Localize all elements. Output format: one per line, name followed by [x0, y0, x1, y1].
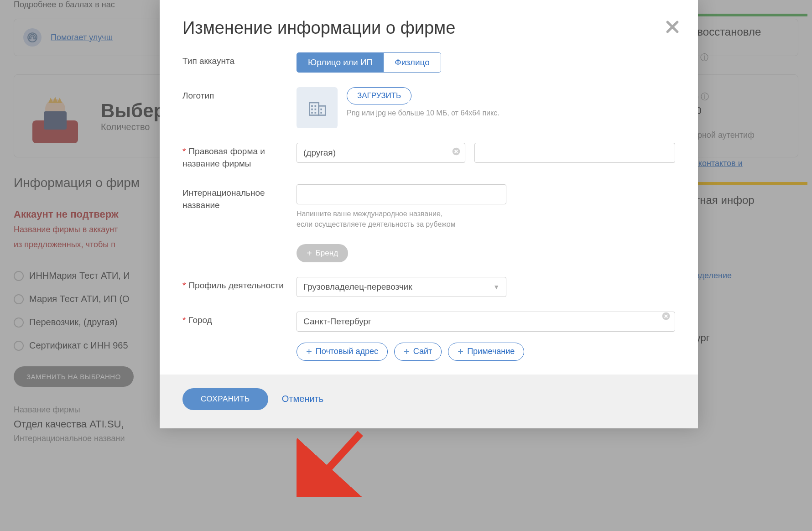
modal-footer: СОХРАНИТЬ Отменить: [160, 375, 698, 428]
company-name-input[interactable]: [474, 143, 675, 163]
upload-logo-button[interactable]: ЗАГРУЗИТЬ: [347, 87, 411, 104]
add-brand-button[interactable]: + Бренд: [297, 244, 348, 262]
svg-rect-8: [311, 109, 313, 110]
account-type-toggle: Юрлицо или ИП Физлицо: [297, 52, 441, 73]
legal-form-select[interactable]: [297, 143, 465, 163]
account-type-label: Тип аккаунта: [182, 52, 297, 68]
plus-icon: +: [307, 249, 312, 258]
logo-label: Логотип: [182, 87, 297, 102]
plus-icon: +: [306, 347, 312, 357]
svg-rect-5: [319, 106, 326, 115]
svg-rect-6: [311, 105, 313, 107]
city-label: *Город: [182, 312, 297, 327]
edit-company-modal: Изменение информации о фирме Тип аккаунт…: [160, 0, 698, 428]
chevron-down-icon: ▼: [493, 283, 500, 291]
svg-rect-7: [315, 105, 317, 107]
save-button[interactable]: СОХРАНИТЬ: [182, 388, 268, 410]
toggle-legal-entity[interactable]: Юрлицо или ИП: [297, 53, 384, 72]
svg-rect-13: [320, 112, 322, 114]
profile-label: *Профиль деятельности: [182, 277, 297, 292]
clear-city-icon[interactable]: [661, 312, 671, 323]
building-icon: [307, 98, 327, 118]
add-note-button[interactable]: +Примечание: [448, 343, 524, 361]
svg-rect-10: [311, 112, 313, 114]
add-website-button[interactable]: +Сайт: [394, 343, 442, 361]
intl-name-input[interactable]: [297, 184, 506, 204]
toggle-individual[interactable]: Физлицо: [384, 53, 441, 72]
svg-rect-11: [315, 112, 317, 114]
clear-legal-form-icon[interactable]: [452, 147, 461, 159]
modal-title: Изменение информации о фирме: [182, 18, 675, 38]
plus-icon: +: [404, 347, 410, 357]
intl-name-label: Интернациональное название: [182, 184, 297, 211]
svg-rect-4: [310, 103, 319, 115]
svg-rect-12: [320, 109, 322, 110]
cancel-button[interactable]: Отменить: [282, 394, 323, 404]
close-button[interactable]: [665, 18, 680, 37]
activity-profile-select[interactable]: Грузовладелец-перевозчик ▼: [297, 277, 506, 297]
svg-rect-9: [315, 109, 317, 110]
logo-placeholder: [297, 87, 338, 128]
legal-form-label: *Правовая форма и название фирмы: [182, 143, 297, 170]
logo-hint: Png или jpg не больше 10 МБ, от 64x64 пи…: [347, 109, 500, 117]
intl-name-hint: Напишите ваше международное название, ес…: [297, 209, 675, 229]
add-postal-address-button[interactable]: +Почтовый адрес: [297, 343, 388, 361]
close-icon: [665, 20, 680, 34]
city-input[interactable]: [297, 312, 675, 332]
plus-icon: +: [458, 347, 463, 357]
